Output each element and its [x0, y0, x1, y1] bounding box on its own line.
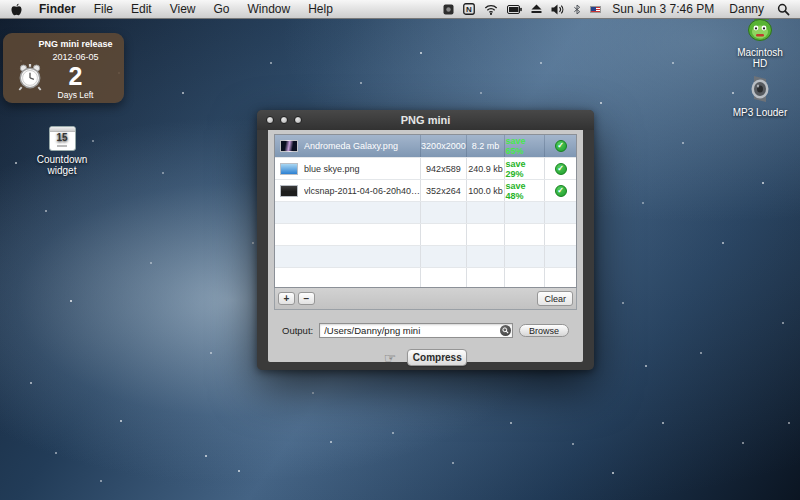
menu-item-finder[interactable]: Finder: [30, 0, 85, 18]
menu-extra-icon[interactable]: [443, 4, 454, 15]
add-file-button[interactable]: +: [278, 292, 295, 305]
countdown-days-number: 2: [31, 64, 120, 88]
file-thumbnail: [280, 140, 298, 152]
desktop-icon-label: Countdown: [29, 154, 95, 165]
window-titlebar[interactable]: PNG mini: [257, 110, 594, 130]
bluetooth-icon[interactable]: [573, 4, 581, 15]
calendar-day-number: 15: [50, 132, 75, 144]
menu-item-file[interactable]: File: [85, 0, 122, 18]
compress-row: ☞ Compress: [268, 349, 583, 366]
remove-file-button[interactable]: −: [298, 292, 315, 305]
battery-icon[interactable]: [507, 5, 522, 14]
menu-clock[interactable]: Sun Jun 3 7:46 PM: [610, 2, 716, 16]
countdown-date: 2012-06-05: [31, 52, 120, 62]
table-footer-bar: + − Clear: [274, 288, 577, 310]
clear-button[interactable]: Clear: [537, 291, 573, 306]
eject-icon[interactable]: [531, 4, 542, 14]
output-label: Output:: [282, 325, 313, 336]
menu-bar: Finder File Edit View Go Window Help N S…: [0, 0, 800, 19]
language-flag-icon[interactable]: [590, 6, 601, 13]
pointing-hand-icon: ☞: [384, 351, 397, 365]
browse-button[interactable]: Browse: [519, 324, 569, 337]
volume-icon[interactable]: [551, 4, 564, 15]
menu-item-window[interactable]: Window: [239, 0, 300, 18]
menu-bar-status: N Sun Jun 3 7:46 PM Danny: [443, 0, 800, 18]
file-size: 100.0 kb: [466, 180, 505, 201]
file-table: Andromeda Galaxy.png 3200x2000 8.2 mb sa…: [274, 134, 577, 288]
compress-button[interactable]: Compress: [407, 349, 467, 366]
svg-text:N: N: [466, 5, 472, 14]
table-row[interactable]: Andromeda Galaxy.png 3200x2000 8.2 mb sa…: [275, 135, 576, 157]
file-thumbnail: [280, 163, 298, 175]
window-title: PNG mini: [257, 114, 594, 126]
apple-menu-icon[interactable]: [0, 0, 30, 18]
countdown-title: PNG mini release: [31, 39, 120, 49]
file-name: Andromeda Galaxy.png: [304, 141, 398, 151]
menu-item-view[interactable]: View: [161, 0, 205, 18]
search-icon[interactable]: [500, 325, 511, 336]
wifi-icon[interactable]: [484, 4, 498, 15]
png-mini-window: PNG mini Andromeda Galaxy.png 3200x2000 …: [257, 110, 594, 370]
file-savings: save 48%: [504, 180, 544, 201]
file-name: blue skye.png: [304, 164, 360, 174]
desktop-icon-label: widget: [29, 165, 95, 176]
speaker-icon: [727, 74, 793, 104]
menu-bar-left: Finder File Edit View Go Window Help: [0, 0, 342, 18]
table-row-empty: [275, 267, 576, 287]
table-row-empty: [275, 201, 576, 223]
done-check-icon: ✓: [555, 163, 567, 175]
table-row[interactable]: blue skye.png 942x589 240.9 kb save 29% …: [275, 157, 576, 179]
desktop-icon-label: MP3 Louder: [727, 107, 793, 118]
countdown-widget-text: PNG mini release 2012-06-05 2 Days Left: [31, 39, 120, 100]
desktop-icon-mp3-louder[interactable]: MP3 Louder: [727, 74, 793, 118]
file-savings: save 65%: [504, 135, 544, 157]
desktop-icon-countdown-widget[interactable]: 15 Countdown widget: [29, 126, 95, 176]
spotlight-icon[interactable]: [777, 3, 790, 16]
file-dimensions: 942x589: [420, 158, 466, 179]
file-size: 240.9 kb: [466, 158, 505, 179]
file-name: vlcsnap-2011-04-06-20h40m36s165.png: [304, 186, 420, 196]
done-check-icon: ✓: [555, 185, 567, 197]
file-savings: save 29%: [504, 158, 544, 179]
input-source-icon[interactable]: N: [463, 3, 475, 15]
file-dimensions: 352x264: [420, 180, 466, 201]
countdown-days-label: Days Left: [31, 90, 120, 100]
file-dimensions: 3200x2000: [420, 135, 466, 157]
file-size: 8.2 mb: [466, 135, 505, 157]
countdown-widget-panel[interactable]: PNG mini release 2012-06-05 2 Days Left: [3, 33, 124, 103]
desktop-icon-macintosh-hd[interactable]: B Macintosh HD: [727, 12, 793, 69]
desktop-icon-label: HD: [727, 58, 793, 69]
desktop-icon-label: Macintosh: [727, 47, 793, 58]
menu-item-go[interactable]: Go: [205, 0, 239, 18]
menu-item-edit[interactable]: Edit: [122, 0, 161, 18]
table-row-empty: [275, 245, 576, 267]
output-row: Output: Browse: [282, 323, 569, 338]
window-content: Andromeda Galaxy.png 3200x2000 8.2 mb sa…: [268, 130, 583, 362]
table-row-empty: [275, 223, 576, 245]
menu-item-help[interactable]: Help: [299, 0, 342, 18]
user-menu[interactable]: Danny: [725, 2, 768, 16]
table-row[interactable]: vlcsnap-2011-04-06-20h40m36s165.png 352x…: [275, 179, 576, 201]
output-path-input[interactable]: [319, 323, 513, 338]
calendar-icon: 15: [29, 126, 95, 151]
file-thumbnail: [280, 185, 298, 197]
done-check-icon: ✓: [555, 140, 567, 152]
